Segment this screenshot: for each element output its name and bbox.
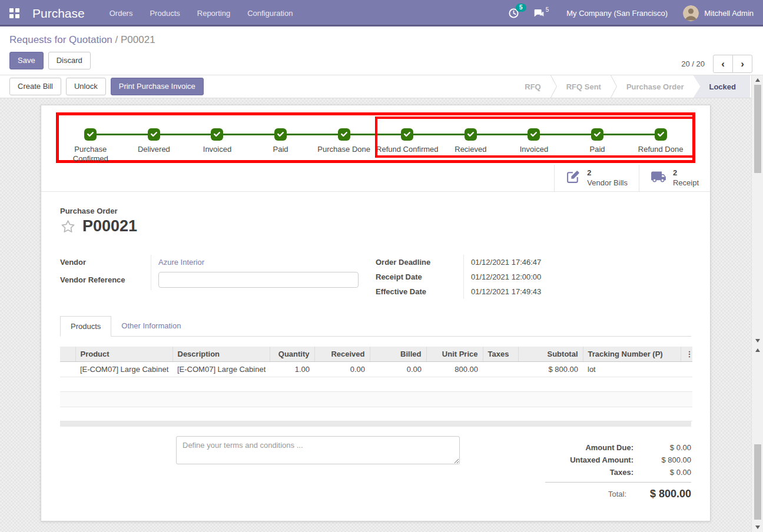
pager-previous-button[interactable]: ‹ <box>713 55 733 73</box>
create-bill-button[interactable]: Create Bill <box>9 78 61 95</box>
check-icon <box>211 128 223 141</box>
save-button[interactable]: Save <box>9 52 44 69</box>
step-recieved: Recieved <box>439 128 503 163</box>
cell-subtotal: $ 800.00 <box>518 362 583 377</box>
pager-value: 20 / 20 <box>681 59 705 68</box>
messages-chat-icon[interactable]: 5 <box>533 9 549 18</box>
menu-reporting[interactable]: Reporting <box>197 9 230 18</box>
step-purchase-done: Purchase Done <box>312 128 376 163</box>
amount-due-value: $ 0.00 <box>644 443 691 452</box>
menu-configuration[interactable]: Configuration <box>247 9 293 18</box>
cell-unit-price[interactable]: 800.00 <box>426 362 483 377</box>
step-refund-invoiced: Invoiced <box>502 128 566 163</box>
scroll-up-arrow-icon[interactable] <box>755 78 760 82</box>
cell-quantity[interactable]: 1.00 <box>270 362 314 377</box>
list-horizontal-scrollbar[interactable] <box>60 421 691 427</box>
check-icon <box>528 128 540 141</box>
check-icon <box>465 128 477 141</box>
vendor-bills-label: Vendor Bills <box>587 178 628 188</box>
vendor-bills-stat-button[interactable]: 2 Vendor Bills <box>554 165 639 191</box>
messages-count: 5 <box>546 6 549 13</box>
step-refund-confirmed: Refund Confirmed <box>376 128 439 163</box>
order-deadline-label: Order Deadline <box>376 255 464 270</box>
vendor-value-link[interactable]: Azure Interior <box>151 258 204 267</box>
status-purchase-order[interactable]: Purchase Order <box>617 75 694 98</box>
statusbar: RFQ RFQ Sent Purchase Order Locked <box>515 75 750 98</box>
user-avatar[interactable] <box>683 5 699 21</box>
effective-date-label: Effective Date <box>376 284 464 299</box>
chevron-right-icon <box>550 75 557 98</box>
check-icon <box>148 128 160 141</box>
cell-billed[interactable]: 0.00 <box>370 362 426 377</box>
breadcrumb: Requests for Quotation / P00021 <box>9 34 754 46</box>
status-locked-active[interactable]: Locked <box>693 75 750 98</box>
order-lines-table: Product Description Quantity Received Bi… <box>60 347 692 421</box>
row-handle[interactable] <box>60 362 75 377</box>
col-billed: Billed <box>370 347 426 362</box>
terms-and-conditions-textarea[interactable] <box>176 436 460 464</box>
order-deadline-value[interactable]: 01/12/2021 17:46:47 <box>464 258 541 267</box>
status-rfq[interactable]: RFQ <box>515 75 550 98</box>
breadcrumb-current: P00021 <box>121 34 155 45</box>
cell-taxes[interactable] <box>483 362 518 377</box>
control-panel: Requests for Quotation / P00021 Save Dis… <box>0 26 763 75</box>
col-taxes: Taxes <box>483 347 518 362</box>
activity-count-badge: 5 <box>516 4 526 12</box>
cell-tracking-number[interactable]: lot <box>583 362 681 377</box>
action-bar: Create Bill Unlock Print Purchase Invoic… <box>0 75 763 98</box>
status-rfq-sent[interactable]: RFQ Sent <box>557 75 611 98</box>
total-label: Total: <box>608 490 626 498</box>
tab-other-information[interactable]: Other Information <box>111 316 191 336</box>
apps-menu-icon[interactable] <box>9 8 19 18</box>
tab-products[interactable]: Products <box>60 316 111 337</box>
col-subtotal: Subtotal <box>518 347 583 362</box>
cell-received[interactable]: 0.00 <box>314 362 370 377</box>
field-group: Vendor Azure Interior Vendor Reference O… <box>60 255 691 299</box>
col-quantity: Quantity <box>270 347 314 362</box>
receipt-stat-button[interactable]: 2 Receipt <box>639 165 710 191</box>
check-icon <box>591 128 603 141</box>
vendor-label: Vendor <box>60 255 151 270</box>
check-icon <box>338 128 350 141</box>
cell-description[interactable]: [E-COM07] Large Cabinet <box>172 362 270 377</box>
total-value: $ 800.00 <box>637 488 691 500</box>
order-line-row[interactable]: [E-COM07] Large Cabinet [E-COM07] Large … <box>60 362 692 377</box>
scroll-down-arrow-icon[interactable] <box>755 339 760 343</box>
untaxed-amount-value: $ 800.00 <box>644 455 691 464</box>
record-type-label: Purchase Order <box>60 207 691 215</box>
vendor-reference-input[interactable] <box>158 272 359 288</box>
empty-row <box>60 377 692 392</box>
col-description: Description <box>172 347 270 362</box>
user-menu[interactable]: Mitchell Admin <box>704 9 754 18</box>
totals-block: Amount Due: $ 0.00 Untaxed Amount: $ 800… <box>545 436 691 502</box>
notebook-tabs: Products Other Information <box>60 316 691 337</box>
scrollbar-thumb[interactable] <box>754 85 761 173</box>
scroll-up-arrow-icon[interactable] <box>755 348 760 352</box>
activity-clock-icon[interactable]: 5 <box>508 8 519 19</box>
pager-next-button[interactable]: › <box>732 55 752 73</box>
pager: 20 / 20 ‹ › <box>681 55 752 73</box>
check-icon <box>84 128 97 141</box>
unlock-button[interactable]: Unlock <box>66 78 106 95</box>
order-steps-highlight-outer: Purchase Confirmed Delivered Invoiced Pa… <box>56 112 695 163</box>
scrollbar-thumb[interactable] <box>754 444 761 520</box>
content-background: Purchase Confirmed Delivered Invoiced Pa… <box>0 98 763 532</box>
col-product: Product <box>75 347 172 362</box>
menu-orders[interactable]: Orders <box>110 9 133 18</box>
step-refund-done: Refund Done <box>629 128 692 163</box>
col-received: Received <box>314 347 370 362</box>
step-delivered: Delivered <box>122 128 186 163</box>
favorite-star-icon[interactable] <box>60 219 76 234</box>
menu-products[interactable]: Products <box>150 9 180 18</box>
table-header-row: Product Description Quantity Received Bi… <box>60 347 692 362</box>
scroll-down-arrow-icon[interactable] <box>755 526 760 529</box>
breadcrumb-parent-link[interactable]: Requests for Quotation <box>9 34 112 45</box>
receipt-date-value[interactable]: 01/12/2021 12:00:00 <box>464 272 541 281</box>
cell-product[interactable]: [E-COM07] Large Cabinet <box>75 362 172 377</box>
vertical-scrollbar[interactable] <box>751 75 763 532</box>
discard-button[interactable]: Discard <box>48 52 91 69</box>
truck-icon <box>651 169 666 187</box>
company-switcher[interactable]: My Company (San Francisco) <box>566 9 668 18</box>
print-purchase-invoice-button[interactable]: Print Purchase Invoice <box>111 78 204 95</box>
column-options-icon[interactable]: ⋮ <box>681 347 692 362</box>
